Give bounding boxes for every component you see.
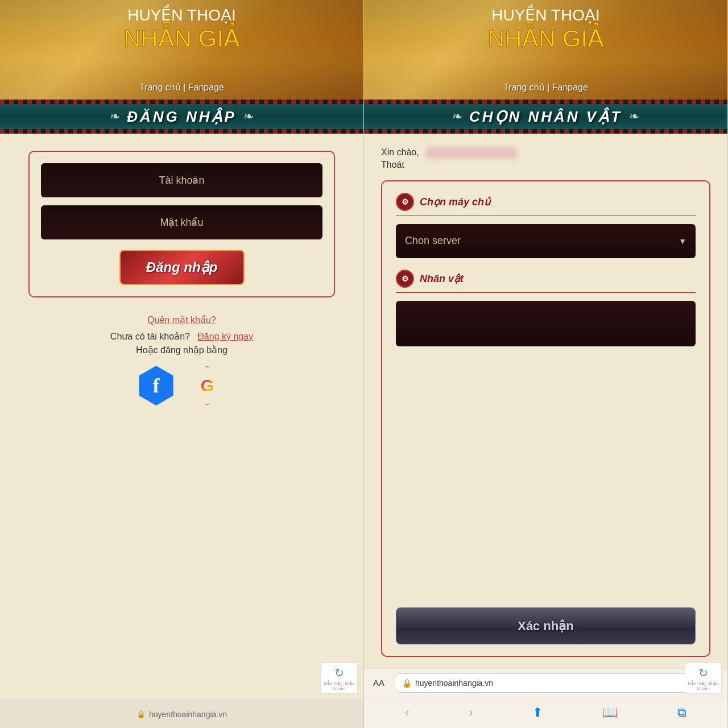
confirm-button[interactable]: Xác nhận: [396, 607, 696, 644]
logo-line1: HUYỀN THOẠI: [123, 6, 240, 24]
login-header: HUYỀN THOẠI NHẪN GIẢ Trang chủ | Fanpage: [0, 0, 363, 100]
char-icon-symbol: ⚙: [402, 274, 409, 283]
char-select-panel: HUYỀN THOẠI NHẪN GIẢ Trang chủ | Fanpage…: [364, 0, 728, 728]
facebook-login-button[interactable]: f: [136, 366, 176, 406]
account-placeholder: Tài khoản: [159, 174, 204, 187]
char-content: Xin chào, Thoát ⚙ Chọn máy chủ Chon serv…: [364, 134, 727, 668]
url-text: huyenthoainhangia.vn: [415, 679, 493, 688]
char-label-row: ⚙ Nhân vật: [396, 270, 696, 288]
password-input[interactable]: Mật khẩu: [41, 205, 322, 239]
forward-button[interactable]: ›: [469, 705, 473, 720]
google-icon: G: [201, 376, 214, 395]
social-login-text: Hoặc đăng nhập bằng: [136, 345, 228, 355]
char-title: CHỌN NHÂN VẬT: [469, 108, 622, 126]
server-label-text: Chọn máy chủ: [420, 196, 490, 208]
url-bar[interactable]: 🔒 huyenthoainhangia.vn: [395, 673, 700, 693]
server-dropdown[interactable]: Chon server ▼: [396, 224, 696, 258]
server-placeholder: Chon server: [405, 235, 461, 247]
social-icons: f G: [136, 366, 228, 406]
register-link[interactable]: Đăng ký ngay: [197, 332, 253, 341]
logout-link[interactable]: Thoát: [381, 160, 404, 169]
facebook-icon: f: [153, 374, 160, 398]
deco-left: ❧: [110, 109, 120, 124]
login-title-bar: ❧ ĐĂNG NHẬP ❧: [0, 100, 363, 134]
greeting-xin-chao: Xin chào,: [381, 147, 419, 157]
char-logo-line1: HUYỀN THOẠI: [487, 6, 604, 24]
server-label-icon: ⚙: [396, 193, 414, 211]
login-bottom-bar: 🔒 huyenthoainhangia.vn: [0, 700, 363, 728]
server-underline: [396, 216, 696, 216]
header-nav[interactable]: Trang chủ | Fanpage: [139, 82, 224, 93]
char-label-icon: ⚙: [396, 270, 414, 288]
char-input-field[interactable]: [396, 301, 696, 346]
password-placeholder: Mật khẩu: [160, 216, 203, 229]
dropdown-arrow-icon: ▼: [679, 237, 686, 246]
logo-line2: NHẪN GIẢ: [123, 24, 240, 52]
back-button[interactable]: ‹: [405, 705, 409, 720]
deco-right: ❧: [243, 109, 254, 124]
greeting-row: Xin chào, Thoát: [381, 145, 710, 170]
share-button[interactable]: ⬆: [532, 705, 543, 720]
login-button[interactable]: Đăng nhập: [119, 250, 245, 285]
server-label-row: ⚙ Chọn máy chủ: [396, 193, 696, 211]
login-panel: HUYỀN THOẠI NHẪN GIẢ Trang chủ | Fanpage…: [0, 0, 364, 728]
char-header-nav[interactable]: Trang chủ | Fanpage: [503, 82, 588, 93]
char-deco-left: ❧: [452, 109, 462, 124]
login-button-label: Đăng nhập: [146, 259, 218, 275]
login-title: ĐĂNG NHẬP: [127, 108, 237, 126]
char-title-bar: ❧ CHỌN NHÂN VẬT ❧: [364, 100, 727, 134]
captcha-badge: ↻ Bảo mật · Điều khoản: [321, 663, 358, 694]
browser-url-bar: AA 🔒 huyenthoainhangia.vn ↺: [364, 668, 727, 697]
login-url: huyenthoainhangia.vn: [149, 710, 227, 719]
login-form-box: Tài khoản Mật khẩu Đăng nhập: [28, 151, 335, 297]
lock-icon: 🔒: [136, 710, 146, 718]
account-input[interactable]: Tài khoản: [41, 163, 322, 197]
google-login-button[interactable]: G: [188, 366, 228, 406]
char-captcha-icon: ↻: [698, 666, 708, 680]
login-content: Tài khoản Mật khẩu Đăng nhập Quên mật kh…: [0, 134, 363, 700]
char-captcha-label: Bảo mật · Điều khoản: [685, 681, 721, 691]
logo: HUYỀN THOẠI NHẪN GIẢ: [123, 6, 240, 52]
captcha-label: Bảo mật · Điều khoản: [321, 681, 357, 691]
char-form-box: ⚙ Chọn máy chủ Chon server ▼ ⚙ Nhân vật: [381, 180, 710, 657]
lock-icon-url: 🔒: [402, 679, 412, 688]
aa-button[interactable]: AA: [373, 678, 384, 688]
char-deco-right: ❧: [629, 109, 639, 124]
char-logo: HUYỀN THOẠI NHẪN GIẢ: [487, 6, 604, 52]
register-text: Chưa có tài khoản? Đăng ký ngay: [110, 331, 253, 342]
char-logo-line2: NHẪN GIẢ: [487, 24, 604, 52]
tabs-button[interactable]: ⧉: [677, 705, 686, 720]
forgot-password-link[interactable]: Quên mật khẩu?: [147, 315, 216, 325]
captcha-icon: ↻: [334, 666, 344, 680]
char-header: HUYỀN THOẠI NHẪN GIẢ Trang chủ | Fanpage: [364, 0, 727, 100]
username-blurred: [426, 147, 517, 159]
safari-nav-bar: ‹ › ⬆ 📖 ⧉: [364, 697, 727, 728]
confirm-button-label: Xác nhận: [518, 619, 574, 634]
char-underline: [396, 292, 696, 293]
char-captcha-badge: ↻ Bảo mật · Điều khoản: [685, 663, 722, 694]
char-label-text: Nhân vật: [420, 272, 464, 285]
bookmarks-button[interactable]: 📖: [602, 705, 618, 720]
server-icon-symbol: ⚙: [402, 197, 409, 206]
